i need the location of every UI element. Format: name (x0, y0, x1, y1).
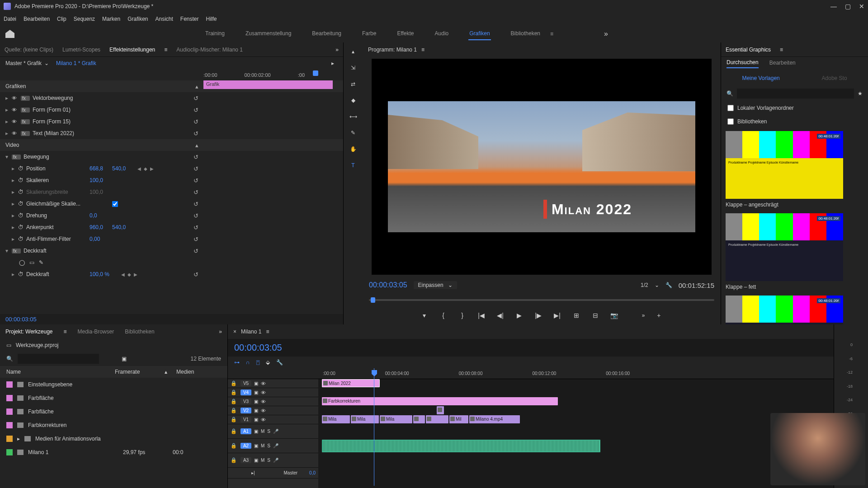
mark-out-r-button[interactable]: } (458, 310, 467, 320)
zoom-dropdown[interactable]: 1/2 (641, 282, 648, 288)
lock-icon[interactable]: 🔒 (231, 389, 238, 395)
master-track-header[interactable]: ▸|Master0,0 (228, 468, 318, 479)
workspace-grafiken[interactable]: Grafiken (468, 28, 491, 40)
timeline-ruler[interactable]: :00:00 00:00:04:00 00:00:08:00 00:00:12:… (228, 368, 834, 379)
track-target[interactable]: A3 (241, 457, 251, 463)
settings-wrench-icon[interactable]: 🔧 (665, 282, 672, 288)
kf-add[interactable]: ◆ (127, 272, 131, 277)
lock-icon[interactable]: 🔒 (231, 399, 238, 404)
menu-sequenz[interactable]: Sequenz (74, 16, 95, 22)
goto-out-button[interactable]: ▶| (552, 310, 562, 320)
eye-icon[interactable]: 👁 (12, 131, 21, 136)
prop-label[interactable]: Text (Milan 2022) (33, 130, 96, 136)
menu-datei[interactable]: Datei (4, 16, 16, 22)
wrench-icon[interactable]: 🔧 (276, 359, 283, 366)
lock-icon[interactable]: 🔒 (231, 408, 238, 413)
section-grafiken[interactable]: Grafiken (5, 83, 69, 89)
tab-source[interactable]: Quelle: (keine Clips) (5, 47, 53, 53)
track-select-tool[interactable]: ⇲ (347, 62, 359, 73)
eg-template-thumb[interactable]: Produktname Projektname Episode Künstler… (726, 213, 843, 281)
timeline-clip[interactable]: Milan 2022 (322, 379, 380, 387)
eye-icon[interactable]: 👁 (12, 95, 21, 101)
eg-tab-edit[interactable]: Bearbeiten (769, 60, 796, 68)
effect-playhead[interactable] (313, 70, 318, 76)
snap-icon[interactable]: ⊶ (234, 359, 240, 366)
mark-out-l-button[interactable]: { (439, 310, 448, 320)
project-search-input[interactable] (18, 354, 99, 364)
kf-next[interactable]: ▶ (150, 166, 154, 171)
workspace-menu-icon[interactable]: ≡ (549, 28, 554, 40)
mask-rect-icon[interactable]: ▭ (29, 259, 34, 266)
mute-button[interactable]: M (261, 429, 264, 434)
prop-value[interactable]: 100,0 (90, 177, 103, 183)
reset-icon[interactable]: ↺ (193, 248, 198, 254)
effect-strip[interactable]: Grafik (203, 80, 333, 89)
track-target[interactable]: V2 (241, 408, 251, 413)
selection-tool[interactable]: ▴ (347, 46, 359, 57)
workspace-bibliotheken[interactable]: Bibliotheken (510, 28, 541, 40)
voiceover-icon[interactable]: 🎤 (273, 443, 278, 448)
eg-check-libs[interactable] (727, 118, 734, 125)
chevron-down-icon[interactable]: ⌄ (655, 282, 659, 288)
goto-in-button[interactable]: |◀ (476, 310, 486, 320)
track-target[interactable]: V1 (241, 417, 251, 422)
project-item[interactable]: Farbfläche (0, 405, 227, 418)
fx-badge[interactable]: fx (21, 119, 30, 124)
section-video[interactable]: Video (5, 142, 69, 148)
ripple-tool[interactable]: ⇄ (347, 79, 359, 89)
reset-icon[interactable]: ↺ (193, 236, 198, 243)
twirl-icon[interactable]: ▸ (17, 436, 20, 442)
video-track-header[interactable]: 🔒V1▣👁 (228, 415, 318, 424)
workspace-audio[interactable]: Audio (434, 28, 450, 40)
export-frame-button[interactable]: 📷 (609, 310, 619, 320)
sync-lock-icon[interactable]: ▣ (254, 399, 258, 404)
tab-media-browser[interactable]: Media-Browser (78, 328, 114, 335)
menu-ansicht[interactable]: Ansicht (155, 16, 173, 22)
collapse-icon[interactable]: ▴ (195, 83, 198, 90)
video-track-header[interactable]: 🔒V5▣👁 (228, 379, 318, 388)
voiceover-icon[interactable]: 🎤 (273, 458, 278, 463)
sequence-name[interactable]: Milano 1 (241, 328, 261, 335)
project-item[interactable]: Farbkorrekturen (0, 418, 227, 432)
program-monitor[interactable]: Milan 2022 (372, 59, 712, 275)
timeline-clip[interactable]: Farbkorrekturen (322, 397, 558, 405)
type-tool[interactable]: T (347, 160, 359, 171)
menu-bearbeiten[interactable]: Bearbeiten (24, 16, 50, 22)
eg-source-adobe[interactable]: Adobe Sto (822, 75, 847, 81)
prop-value[interactable]: 100,0 (90, 189, 103, 195)
reset-icon[interactable]: ↺ (193, 177, 198, 184)
reset-icon[interactable]: ↺ (193, 201, 198, 207)
solo-button[interactable]: S (267, 443, 270, 448)
mask-pen-icon[interactable]: ✎ (39, 259, 43, 266)
minimize-button[interactable]: — (830, 3, 837, 10)
timeline-clip[interactable]: Mil (449, 415, 468, 423)
sync-lock-icon[interactable]: ▣ (254, 429, 258, 434)
project-item[interactable]: ▸Medien für Animationsvorla (0, 432, 227, 446)
timeline-clip[interactable]: Mila (322, 415, 350, 423)
workspace-zusammenstellung[interactable]: Zusammenstellung (245, 28, 292, 40)
chevron-down-icon[interactable]: ⌄ (44, 60, 49, 66)
add-button[interactable]: + (654, 310, 664, 320)
stopwatch-icon[interactable]: ⏱ (18, 201, 26, 207)
track-target[interactable]: A2 (241, 443, 251, 449)
tab-project[interactable]: Projekt: Werkzeuge (5, 328, 53, 335)
lift-button[interactable]: ⊞ (571, 310, 581, 320)
workspace-effekte[interactable]: Effekte (396, 28, 415, 40)
play-button[interactable]: ▶ (514, 310, 524, 320)
timeline-clip[interactable] (426, 415, 448, 423)
razor-tool[interactable]: ◆ (347, 95, 359, 106)
workspace-overflow-icon[interactable]: » (604, 30, 608, 38)
slip-tool[interactable]: ⟷ (347, 111, 359, 122)
solo-button[interactable]: S (267, 429, 270, 434)
extract-button[interactable]: ⊟ (590, 310, 600, 320)
reset-icon[interactable]: ↺ (193, 212, 198, 219)
step-back-button[interactable]: ◀| (495, 310, 505, 320)
kf-prev[interactable]: ◀ (137, 166, 141, 171)
stopwatch-icon[interactable]: ⏱ (18, 189, 26, 195)
project-item[interactable]: Milano 129,97 fps00:0 (0, 446, 227, 459)
eye-icon[interactable]: 👁 (261, 408, 268, 413)
sort-asc-icon[interactable]: ▴ (165, 369, 167, 375)
stopwatch-icon[interactable]: ⏱ (18, 165, 26, 172)
mute-button[interactable]: M (261, 443, 264, 448)
track-target[interactable]: A1 (241, 428, 251, 434)
